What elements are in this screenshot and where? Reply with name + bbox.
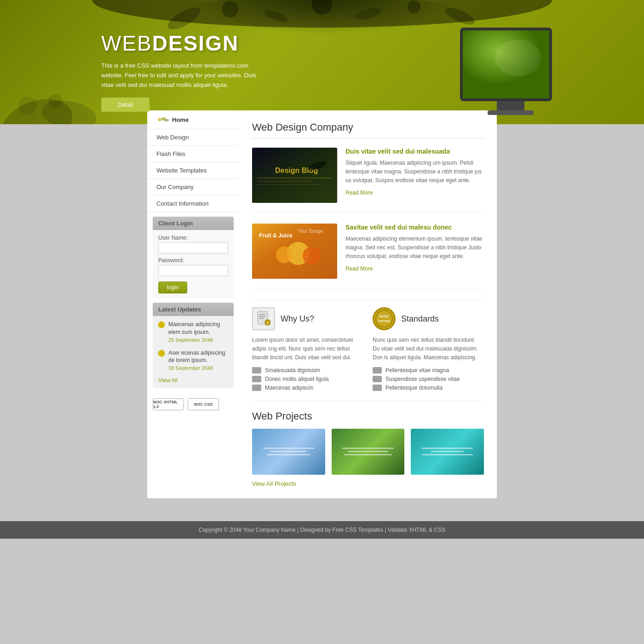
password-input[interactable] — [158, 265, 228, 276]
update-item-1: Maecenas adipiscing elem sum ipsum. 25 S… — [158, 321, 228, 343]
why-us-header: ! Why Us? — [252, 307, 363, 330]
standards-list-item-1: Pellentesque vitae magna — [373, 367, 484, 374]
thumb-2-content: Fruit & Juice Your Design — [252, 224, 337, 279]
standards-header: №101 CERTIFIED Standards — [373, 307, 484, 330]
projects-grid — [252, 429, 484, 475]
project-thumb-2[interactable] — [332, 429, 405, 475]
article-thumb-2: Fruit & Juice Your Design — [252, 224, 337, 279]
why-us-icon: ! — [252, 307, 275, 330]
view-all-link[interactable]: View All — [158, 377, 228, 384]
nav-item-flashfiles[interactable]: Flash Files — [147, 146, 239, 162]
project-2-bar-3 — [344, 454, 391, 455]
username-row: User Name: — [158, 235, 228, 253]
two-column-layout: Home Web Design Flash Files Website Temp… — [147, 110, 497, 498]
badges-row: W3C XHTML 1.0 W3C CSS — [147, 393, 239, 416]
standards-list-icon-2 — [373, 376, 382, 382]
why-us-list-item-3: Maecenas adipiscin — [252, 385, 363, 391]
nav-item-ourcompany[interactable]: Our Company — [147, 179, 239, 196]
brand-design: DESIGN — [152, 31, 239, 55]
nav-flashfiles-label: Flash Files — [156, 150, 185, 157]
nav-item-websitetemplates[interactable]: Website Templates — [147, 162, 239, 179]
main-wrapper: Home Web Design Flash Files Website Temp… — [147, 110, 497, 498]
header: WEBDESIGN This is a free CSS website lay… — [0, 0, 644, 124]
client-login-header: Client Login — [153, 217, 234, 230]
svg-point-27 — [303, 247, 321, 265]
read-more-1[interactable]: Read More — [345, 190, 373, 196]
nav-section: Home Web Design Flash Files Website Temp… — [147, 110, 239, 212]
updates-header: Latest Updates — [153, 303, 234, 316]
svg-text:CERTIFIED: CERTIFIED — [378, 320, 391, 322]
project-3-bar-1 — [422, 448, 473, 449]
project-2-bar-1 — [342, 448, 393, 449]
why-us-box: ! Why Us? Lorem ipsum dolor sit amet, co… — [252, 307, 363, 393]
nav-ourcompany-label: Our Company — [156, 184, 194, 190]
username-input[interactable] — [158, 242, 228, 253]
updates-content: Maecenas adipiscing elem sum ipsum. 25 S… — [153, 316, 234, 388]
list-icon-2 — [252, 376, 261, 382]
why-us-list-item-2: Donec mollis aliquet ligula — [252, 376, 363, 382]
monitor — [460, 28, 552, 101]
project-1-bar-2 — [270, 451, 307, 452]
project-3-bar-2 — [431, 451, 464, 452]
svg-text:№101: №101 — [380, 315, 389, 318]
standards-box: №101 CERTIFIED Standards Nunc quis sem n… — [373, 307, 484, 393]
project-2-bar-2 — [348, 451, 388, 452]
svg-rect-32 — [259, 314, 265, 315]
project-3-inner — [411, 429, 484, 475]
username-label: User Name: — [158, 235, 228, 241]
monitor-base — [488, 110, 534, 115]
thumb-1-graphic: Design Blog — [252, 148, 337, 203]
detail-button[interactable]: Detail — [101, 98, 150, 112]
project-thumb-1[interactable] — [252, 429, 325, 475]
svg-text:!: ! — [267, 321, 269, 325]
standards-list-item-2: Suspendisse uspendisse vitae — [373, 376, 484, 382]
header-text: WEBDESIGN This is a free CSS website lay… — [101, 31, 432, 111]
project-thumb-3[interactable] — [411, 429, 484, 475]
article-title-1: Duis vitae velit sed dui malesuada — [345, 148, 484, 155]
login-button[interactable]: login — [158, 282, 187, 293]
standards-title: Standards — [401, 314, 439, 324]
main-content: Web Design Company — [239, 110, 497, 498]
password-label: Password: — [158, 257, 228, 264]
monitor-section — [460, 28, 561, 115]
badge-xhtml: W3C XHTML 1.0 — [153, 398, 184, 410]
view-all-projects-link[interactable]: View All Projects — [252, 480, 296, 487]
svg-rect-21 — [257, 181, 312, 182]
nav-item-contactinfo[interactable]: Contact Information — [147, 196, 239, 212]
monitor-screen-graphic — [463, 30, 549, 98]
brand-title: WEBDESIGN — [101, 31, 432, 56]
svg-rect-34 — [259, 318, 264, 319]
badge-css: W3C CSS — [188, 398, 219, 410]
nav-webdesign-label: Web Design — [156, 134, 189, 141]
why-us-body: Lorem ipsum dolor sit amet, consectetuer… — [252, 336, 363, 362]
monitor-stand — [497, 101, 524, 110]
standards-icon: №101 CERTIFIED — [373, 307, 396, 330]
projects-title: Web Projects — [252, 410, 484, 422]
svg-point-28 — [276, 247, 293, 263]
brand-web: WEB — [101, 31, 152, 55]
standards-list-icon-1 — [373, 367, 382, 374]
article-body-2: Maecenas adipiscing elementum ipsum. len… — [345, 235, 484, 261]
footer-text: Copyright © 2048 Your Company Name | Des… — [199, 527, 445, 533]
update-bullet-2 — [158, 350, 165, 356]
client-login-content: User Name: Password: login — [153, 230, 234, 298]
article-item-1: Design Blog Duis vitae velit sed dui mal… — [252, 148, 484, 213]
standards-badge-icon: №101 CERTIFIED — [375, 310, 393, 328]
list-icon-3 — [252, 385, 261, 391]
document-icon: ! — [257, 310, 270, 327]
thumb-2-graphic: Fruit & Juice Your Design — [252, 224, 337, 279]
read-more-2[interactable]: Read More — [345, 265, 373, 272]
update-text-1: Maecenas adipiscing elem sum ipsum. 25 S… — [168, 321, 228, 343]
update-bullet-1 — [158, 322, 165, 328]
why-us-list-item-1: Smalesuada dignissim — [252, 367, 363, 374]
svg-rect-20 — [257, 178, 333, 178]
svg-text:Your Design: Your Design — [298, 229, 323, 234]
header-description: This is a free CSS website layout from t… — [101, 61, 258, 90]
monitor-screen — [463, 30, 549, 98]
nav-item-webdesign[interactable]: Web Design — [147, 129, 239, 146]
svg-point-15 — [159, 119, 161, 121]
standards-list-icon-3 — [373, 385, 382, 391]
svg-point-9 — [495, 40, 541, 76]
client-login-box: Client Login User Name: Password: login — [153, 217, 234, 298]
standards-body: Nunc quis sem nec tellus blandit tincidu… — [373, 336, 484, 362]
